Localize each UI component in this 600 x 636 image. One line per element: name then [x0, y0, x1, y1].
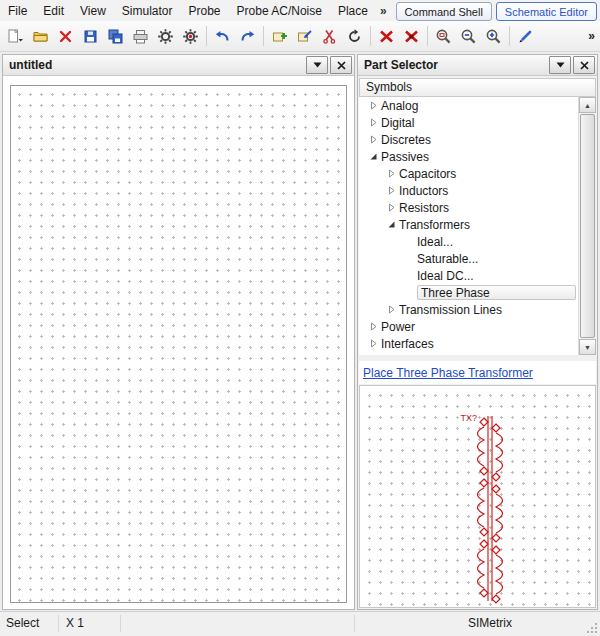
wire-button[interactable]: [374, 24, 399, 49]
menu-simulator[interactable]: Simulator: [114, 1, 181, 21]
menu-file[interactable]: File: [0, 1, 35, 21]
tree-item-resistors[interactable]: Resistors: [359, 199, 596, 216]
pane-close-button[interactable]: [573, 56, 595, 74]
save-all-button[interactable]: [103, 24, 128, 49]
tree-item-three-phase[interactable]: Three Phase: [359, 284, 596, 301]
zoom-out-button[interactable]: [456, 24, 481, 49]
menu-view[interactable]: View: [72, 1, 114, 21]
status-separator: [120, 615, 121, 632]
expand-arrow-icon[interactable]: [385, 305, 397, 314]
chevron-down-icon: [313, 62, 322, 68]
print-button[interactable]: [128, 24, 153, 49]
tree-item-saturable[interactable]: Saturable...: [359, 250, 596, 267]
status-scale: X 1: [66, 616, 84, 630]
tree-item-digital[interactable]: Digital: [359, 114, 596, 131]
pane-close-button[interactable]: [330, 56, 352, 74]
schematic-titlebar: untitled: [3, 55, 354, 76]
toolbar-separator: [370, 26, 371, 46]
tree-item-transmission-lines[interactable]: Transmission Lines: [359, 301, 596, 318]
collapse-arrow-icon[interactable]: [385, 220, 397, 229]
tree-item-transformers[interactable]: Transformers: [359, 216, 596, 233]
chevron-down-icon: [556, 62, 565, 68]
tree-item-ideal[interactable]: Ideal...: [359, 233, 596, 250]
tree-item-power[interactable]: Power: [359, 318, 596, 335]
copy-button[interactable]: [267, 24, 292, 49]
paste-button[interactable]: [292, 24, 317, 49]
schematic-editor-button[interactable]: Schematic Editor: [496, 2, 597, 21]
menu-overflow-chevron[interactable]: »: [376, 4, 391, 18]
toolbar-separator: [427, 26, 428, 46]
collapse-arrow-icon[interactable]: [367, 152, 379, 161]
expand-arrow-icon[interactable]: [367, 322, 379, 331]
pane-menu-button[interactable]: [549, 56, 571, 74]
save-all-icon: [107, 28, 124, 45]
expand-arrow-icon[interactable]: [385, 186, 397, 195]
wire-junction-button[interactable]: [399, 24, 424, 49]
copy-box-icon: [271, 28, 288, 45]
expand-arrow-icon[interactable]: [367, 135, 379, 144]
resize-grip[interactable]: [586, 622, 598, 634]
cut-scissors-icon: [321, 28, 338, 45]
paste-box-icon: [296, 28, 313, 45]
new-schematic-icon: [7, 28, 24, 45]
tree-item-discretes[interactable]: Discretes: [359, 131, 596, 148]
scrollbar-thumb[interactable]: [580, 114, 595, 338]
symbols-column-header[interactable]: Symbols: [359, 78, 596, 97]
status-separator: [354, 615, 355, 632]
simulator-options-button[interactable]: [178, 24, 203, 49]
pane-menu-button[interactable]: [306, 56, 328, 74]
part-preview: TX?: [359, 385, 596, 608]
status-app-name: SIMetrix: [468, 616, 512, 630]
application-window: File Edit View Simulator Probe Probe AC/…: [0, 0, 600, 636]
tree-item-inductors[interactable]: Inductors: [359, 182, 596, 199]
rotate-button[interactable]: [342, 24, 367, 49]
tree-item-passives[interactable]: Passives: [359, 148, 596, 165]
wire-cross-icon: [378, 28, 395, 45]
toolbar-separator: [509, 26, 510, 46]
expand-arrow-icon[interactable]: [367, 339, 379, 348]
menu-edit[interactable]: Edit: [35, 1, 72, 21]
status-bar: Select X 1 SIMetrix: [0, 611, 600, 636]
zoom-in-icon: [485, 28, 502, 45]
part-selector-titlebar: Part Selector: [358, 55, 597, 76]
open-schematic-button[interactable]: [28, 24, 53, 49]
command-shell-button[interactable]: Command Shell: [396, 2, 492, 21]
zoom-out-icon: [460, 28, 477, 45]
gear-icon: [157, 28, 174, 45]
undo-button[interactable]: [210, 24, 235, 49]
save-button[interactable]: [78, 24, 103, 49]
close-schematic-button[interactable]: [53, 24, 78, 49]
expand-arrow-icon[interactable]: [367, 118, 379, 127]
zoom-box-icon: [435, 28, 452, 45]
schematic-canvas[interactable]: [10, 85, 347, 603]
options-button[interactable]: [153, 24, 178, 49]
close-icon: [337, 61, 346, 70]
toolbar-overflow-chevron[interactable]: »: [588, 29, 595, 43]
toolbar-separator: [263, 26, 264, 46]
menu-place[interactable]: Place: [330, 1, 376, 21]
menu-bar: File Edit View Simulator Probe Probe AC/…: [0, 0, 600, 21]
zoom-box-button[interactable]: [431, 24, 456, 49]
redo-button[interactable]: [235, 24, 260, 49]
scroll-down-button[interactable]: ▼: [579, 339, 596, 355]
annotate-button[interactable]: [513, 24, 538, 49]
menu-probe[interactable]: Probe: [181, 1, 229, 21]
place-link-bar: Place Three Phase Transformer: [359, 361, 596, 384]
redo-icon: [239, 28, 256, 45]
schematic-pane: untitled: [2, 54, 355, 610]
tree-scrollbar[interactable]: ▲ ▼: [578, 97, 596, 355]
scroll-up-button[interactable]: ▲: [579, 97, 596, 113]
tree-item-interfaces[interactable]: Interfaces: [359, 335, 596, 352]
expand-arrow-icon[interactable]: [385, 169, 397, 178]
expand-arrow-icon[interactable]: [367, 101, 379, 110]
close-icon: [57, 28, 74, 45]
zoom-in-button[interactable]: [481, 24, 506, 49]
tree-item-capacitors[interactable]: Capacitors: [359, 165, 596, 182]
tree-item-analog[interactable]: Analog: [359, 97, 596, 114]
tree-item-ideal-dc[interactable]: Ideal DC...: [359, 267, 596, 284]
cut-button[interactable]: [317, 24, 342, 49]
expand-arrow-icon[interactable]: [385, 203, 397, 212]
menu-probe-ac-noise[interactable]: Probe AC/Noise: [229, 1, 330, 21]
new-schematic-button[interactable]: [3, 24, 28, 49]
place-part-link[interactable]: Place Three Phase Transformer: [363, 366, 533, 380]
